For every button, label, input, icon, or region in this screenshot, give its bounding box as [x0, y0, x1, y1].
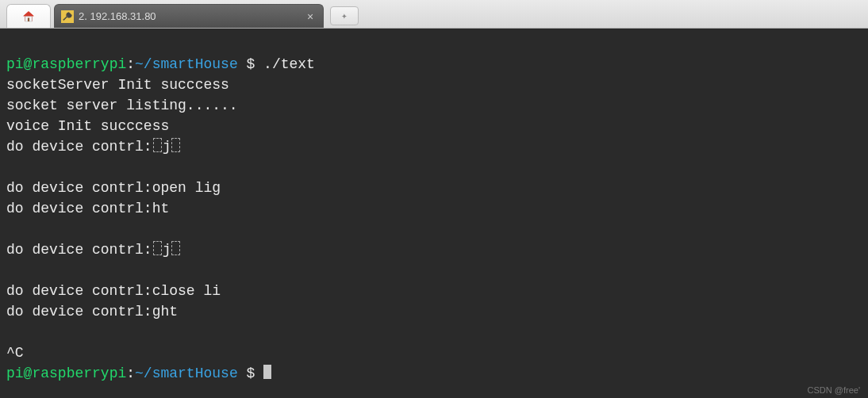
prompt-path: ~/smartHouse [135, 56, 238, 72]
output-line: voice Init succcess [6, 118, 169, 134]
prompt-host: raspberrypi [32, 365, 126, 381]
output-line: do device contrl:ght [6, 304, 178, 320]
garbled-char-icon [171, 241, 180, 255]
tab-title: 2. 192.168.31.80 [79, 10, 299, 22]
prompt-colon: : [126, 56, 135, 72]
prompt-line: pi@raspberrypi:~/smartHouse $ ./text [6, 56, 315, 72]
wrench-icon [61, 10, 74, 23]
prompt-host: raspberrypi [32, 56, 126, 72]
prompt-user: pi [6, 365, 24, 381]
output-line: socket server listing...... [6, 98, 238, 113]
output-line: do device contrl:close li [6, 283, 221, 299]
svg-rect-1 [28, 17, 29, 21]
garbled-char-icon [153, 241, 162, 255]
command-text: ./text [263, 56, 315, 72]
cursor-block-icon [263, 365, 271, 379]
active-tab[interactable]: 2. 192.168.31.80 × [54, 4, 324, 28]
prompt-dollar: $ [238, 56, 263, 72]
home-tab[interactable] [6, 4, 51, 28]
prompt-user: pi [6, 56, 24, 72]
prompt-at: @ [24, 56, 33, 72]
prompt-colon: : [126, 365, 135, 381]
prompt-line: pi@raspberrypi:~/smartHouse $ [6, 365, 271, 381]
new-tab-button[interactable]: ✦ [330, 6, 359, 25]
output-line: socketServer Init succcess [6, 77, 229, 93]
output-line: do device contrl:open lig [6, 180, 221, 196]
tab-close-button[interactable]: × [304, 10, 317, 23]
prompt-at: @ [24, 365, 33, 381]
output-line: do device contrl:j [6, 242, 181, 258]
output-line: ^C [6, 345, 24, 361]
prompt-dollar: $ [238, 365, 263, 381]
sparkle-icon: ✦ [341, 10, 348, 22]
tab-bar: 2. 192.168.31.80 × ✦ [0, 0, 868, 29]
output-line: do device contrl:ht [6, 201, 169, 216]
terminal-output: pi@raspberrypi:~/smartHouse $ ./text soc… [0, 29, 868, 388]
home-icon [21, 10, 36, 24]
prompt-path: ~/smartHouse [135, 365, 238, 381]
garbled-char-icon [153, 138, 162, 152]
watermark: CSDN @free' [808, 385, 860, 395]
garbled-char-icon [171, 138, 180, 152]
output-line: do device contrl:j [6, 139, 181, 155]
